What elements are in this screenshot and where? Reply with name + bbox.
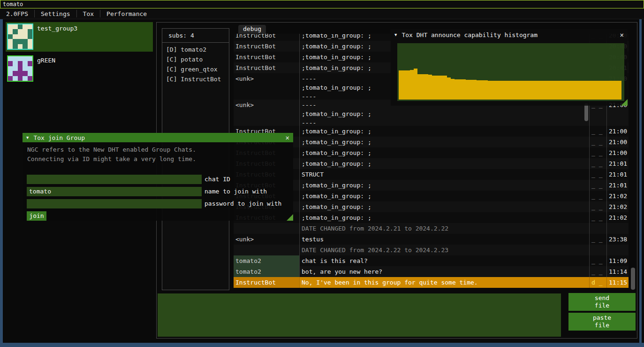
avatar-pixel (23, 61, 27, 66)
histogram-bar (551, 81, 555, 100)
avatar-pixel (28, 76, 32, 81)
histogram-bar (492, 81, 495, 100)
chat-row-author (234, 245, 300, 255)
histogram-bar (536, 81, 540, 100)
chat-row-flags: _ _ (590, 191, 607, 201)
chat-id-field[interactable] (27, 175, 202, 184)
chat-row[interactable]: tomato2chat is this real?_ _11:09 (234, 255, 629, 266)
join-password-field[interactable] (27, 199, 202, 208)
chat-row-message: ;tomato_in_group: ; (300, 191, 590, 201)
chat-row-timestamp (607, 245, 628, 255)
histogram-bar (614, 81, 618, 100)
os-titlebar[interactable]: tomato (0, 0, 644, 8)
chat-row-message: DATE CHANGED from 2024.2.21 to 2024.2.22 (300, 223, 590, 234)
histogram-bar (443, 76, 447, 100)
menu-item-tox[interactable]: Tox (77, 9, 100, 18)
window-border-bottom (0, 343, 644, 347)
window-border-right (639, 19, 642, 347)
join-group-titlebar[interactable]: ▼ Tox join Group ✕ (23, 133, 293, 142)
resize-grip-icon[interactable] (621, 99, 628, 106)
avatar-pixel (13, 66, 17, 71)
histogram-bar (566, 81, 569, 100)
histogram-bar (507, 81, 510, 100)
histogram-bar (432, 76, 436, 100)
menu-item-2-0fps[interactable]: 2.0FPS (0, 9, 34, 18)
join-name-label: name to join with (205, 187, 267, 196)
chat-scrollbar-thumb[interactable] (631, 268, 635, 290)
chat-row-message: ;tomato_in_group: ; (300, 137, 590, 147)
histogram-bar (525, 81, 529, 100)
avatar-pixel (8, 39, 13, 44)
dht-histogram-title: Tox DHT announce capability histogram (402, 31, 615, 39)
close-icon[interactable]: ✕ (620, 31, 624, 39)
avatar-pixel (18, 29, 23, 34)
histogram-bar (462, 79, 466, 100)
histogram-bar (559, 81, 562, 100)
avatar-pixel (28, 24, 32, 29)
chat-row-author: InstructBot (234, 52, 300, 62)
avatar-pixel (8, 66, 13, 71)
chat-row[interactable]: InstructBotNo, I've been in this group f… (234, 277, 629, 288)
chat-row-timestamp: 11:14 (607, 266, 628, 277)
group-row-test_group3[interactable]: test_group3 (6, 22, 153, 52)
group-row-gREEN[interactable]: gREEN (6, 54, 153, 84)
avatar-pixel (23, 76, 27, 81)
avatar-pixel (28, 71, 32, 76)
resize-grip-icon[interactable] (287, 214, 293, 221)
group-avatar (7, 55, 33, 82)
dht-histogram-titlebar[interactable]: ▼ Tox DHT announce capability histogram … (391, 29, 628, 40)
chat-row-timestamp: 21:01 (607, 169, 628, 180)
date-changed-text: DATE CHANGED from 2024.2.21 to 2024.2.22 (302, 224, 587, 233)
menu-bar: 2.0FPSSettingsToxPerformance (0, 8, 644, 19)
histogram-bar (611, 81, 614, 100)
avatar-pixel (23, 29, 27, 34)
chat-row-timestamp: 21:02 (607, 212, 628, 223)
avatar-pixel (18, 56, 23, 61)
menu-item-performance[interactable]: Performance (100, 9, 153, 18)
chat-row-message: ;tomato_in_group: ; (300, 158, 590, 169)
chat-row-flags: _ _ (590, 147, 607, 158)
avatar-pixel (13, 56, 17, 61)
histogram-bar (428, 75, 432, 100)
join-name-field[interactable]: tomato (27, 187, 202, 196)
avatar-pixel (28, 61, 32, 66)
histogram-bar (466, 80, 470, 100)
chat-row-message: ;tomato_in_group: ; (300, 180, 590, 191)
chat-row[interactable]: tomato2bot, are you new here?_ _11:14 (234, 266, 629, 277)
collapse-icon[interactable]: ▼ (394, 32, 397, 37)
histogram-bar (421, 74, 425, 100)
collapse-icon[interactable]: ▼ (26, 135, 29, 140)
histogram-bar (529, 81, 532, 100)
paste-file-button[interactable]: paste file (568, 313, 636, 331)
message-scrollbar-thumb[interactable] (584, 103, 588, 121)
histogram-bar (503, 81, 507, 100)
app-window: tomato 2.0FPSSettingsToxPerformance test… (0, 0, 644, 347)
histogram-bar (573, 81, 577, 100)
chat-row[interactable]: <unk>testus_ _23:38 (234, 234, 629, 245)
avatar-pixel (8, 29, 13, 34)
histogram-bar (439, 76, 443, 100)
avatar-pixel (28, 39, 32, 44)
close-icon[interactable]: ✕ (286, 134, 289, 141)
histogram-bar (555, 81, 559, 100)
date-changed-text: DATE CHANGED from 2024.2.22 to 2024.2.23 (302, 246, 587, 254)
message-input[interactable] (158, 293, 561, 337)
avatar-pixel (8, 56, 13, 61)
chat-row[interactable]: DATE CHANGED from 2024.2.21 to 2024.2.22 (234, 223, 629, 234)
avatar-pixel (13, 24, 17, 29)
chat-row-flags: _ _ (590, 169, 607, 180)
histogram-bar (402, 70, 406, 100)
chat-row-timestamp: 21:00 (607, 137, 628, 147)
avatar-pixel (23, 56, 27, 61)
menu-item-settings[interactable]: Settings (35, 9, 76, 18)
chat-row[interactable]: DATE CHANGED from 2024.2.22 to 2024.2.23 (234, 245, 629, 255)
dht-histogram-body (391, 40, 628, 106)
histogram-bar (518, 81, 522, 100)
histogram-bar (577, 81, 581, 100)
send-file-button[interactable]: send file (568, 293, 636, 311)
avatar-pixel (28, 29, 32, 34)
tab-debug[interactable]: debug (238, 25, 266, 34)
histogram-bar (588, 81, 592, 100)
histogram-bar (607, 81, 611, 100)
join-button[interactable]: join (27, 211, 46, 221)
